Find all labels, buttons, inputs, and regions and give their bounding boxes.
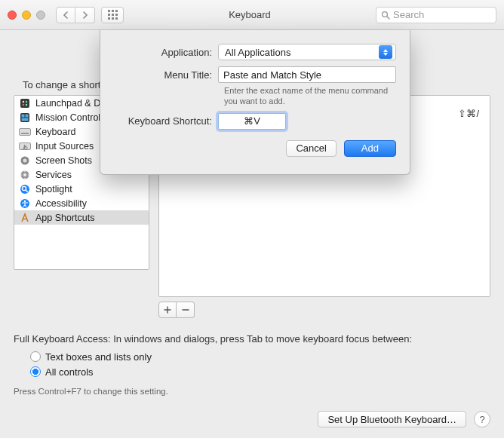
titlebar: Keyboard Search [0,0,504,30]
plus-icon [164,306,171,314]
svg-point-16 [23,158,27,162]
sidebar-item-label: Mission Control [35,112,100,123]
search-icon [381,11,390,20]
radio-icon [30,366,41,377]
add-button[interactable]: Add [344,140,396,157]
sidebar-item-app-shortcuts[interactable]: App Shortcuts [14,210,149,225]
menu-title-label: Menu Title: [114,69,218,81]
svg-point-4 [26,100,27,102]
shortcut-value: ⌘V [244,115,260,127]
show-all-prefs-button[interactable] [101,7,124,23]
svg-rect-11 [20,128,31,135]
full-keyboard-access-hint: Press Control+F7 to change this setting. [14,387,490,396]
svg-rect-8 [22,114,25,117]
forward-button[interactable] [75,7,95,23]
input-sources-icon: あ [19,140,31,152]
svg-rect-10 [22,118,29,121]
popup-arrows-icon [379,45,392,59]
svg-point-19 [20,185,29,194]
radio-label: All controls [45,366,94,378]
application-popup-value: All Applications [225,47,290,58]
mission-control-icon [19,112,31,124]
minimize-window-button[interactable] [22,11,31,20]
add-shortcut-sheet: Application: All Applications Menu Title… [100,30,410,175]
remove-shortcut-button[interactable] [177,302,195,318]
full-keyboard-access-heading: Full Keyboard Access: In windows and dia… [14,333,490,345]
shortcut-label: Keyboard Shortcut: [114,115,218,127]
sidebar-item-label: Services [35,170,72,180]
svg-rect-12 [21,133,29,134]
back-button[interactable] [56,7,75,23]
shortcut-binding: ⇧⌘/ [458,108,479,119]
spotlight-icon [19,183,31,195]
keyboard-icon [19,126,31,138]
sidebar-item-label: Input Sources [35,141,94,152]
sidebar-item-accessibility[interactable]: Accessibility [14,196,149,210]
sidebar-item-label: Accessibility [35,198,87,209]
svg-point-18 [23,173,26,176]
help-button[interactable]: ? [474,411,490,427]
radio-all-controls[interactable]: All controls [30,364,490,379]
add-shortcut-button[interactable] [158,302,177,318]
minus-icon [182,306,189,314]
menu-title-value: Paste and Match Style [223,69,321,81]
sidebar-item-label: Spotlight [35,184,72,194]
app-shortcuts-icon [19,212,31,224]
sidebar-item-spotlight[interactable]: Spotlight [14,182,149,196]
svg-text:あ: あ [23,144,28,150]
svg-point-5 [23,103,24,105]
grid-icon [108,10,118,20]
chevron-left-icon [63,11,69,19]
window-controls [8,11,45,20]
screenshots-icon [19,155,31,167]
application-label: Application: [114,47,218,58]
sidebar-item-label: App Shortcuts [35,213,95,223]
sidebar-item-label: Screen Shots [35,155,92,166]
menu-title-help: Enter the exact name of the menu command… [224,86,396,107]
search-input[interactable]: Search [376,7,496,23]
launchpad-icon [19,97,31,109]
radio-icon [30,351,41,362]
search-placeholder: Search [393,9,424,20]
svg-point-3 [23,100,24,102]
window-title: Keyboard [130,9,370,20]
zoom-window-button [36,11,45,20]
chevron-right-icon [82,11,88,19]
radio-text-boxes-only[interactable]: Text boxes and lists only [30,349,490,364]
sidebar-item-label: Keyboard [35,127,76,137]
menu-title-input[interactable]: Paste and Match Style [218,66,396,83]
accessibility-icon [19,198,31,210]
svg-rect-2 [20,99,29,108]
radio-label: Text boxes and lists only [45,351,152,363]
shortcut-input[interactable]: ⌘V [218,113,286,130]
services-icon [19,169,31,181]
help-icon: ? [479,414,484,425]
svg-point-23 [24,200,26,202]
add-remove-buttons [158,302,490,318]
svg-point-0 [383,11,388,17]
nav-buttons [56,7,95,23]
setup-bluetooth-keyboard-button[interactable]: Set Up Bluetooth Keyboard… [318,411,466,427]
close-window-button[interactable] [8,11,17,20]
full-keyboard-access-options: Text boxes and lists only All controls [30,349,490,379]
svg-line-1 [387,17,389,19]
svg-point-6 [26,103,27,105]
svg-rect-9 [26,114,29,117]
application-popup[interactable]: All Applications [218,44,396,60]
cancel-button[interactable]: Cancel [286,140,336,157]
